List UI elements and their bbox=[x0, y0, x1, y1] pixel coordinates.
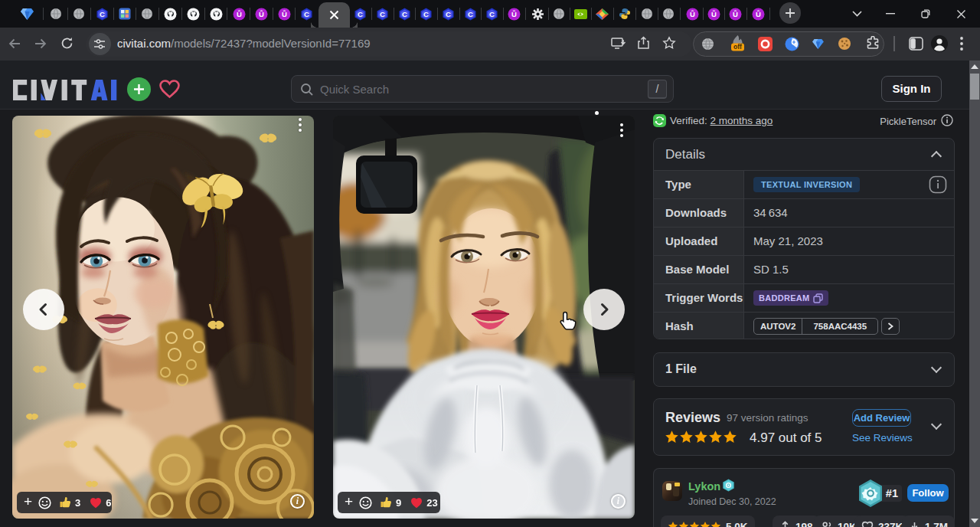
svg-text:C: C bbox=[468, 10, 473, 18]
svg-text:Û: Û bbox=[711, 10, 717, 18]
svg-text:C: C bbox=[402, 10, 407, 18]
svg-text:C: C bbox=[423, 10, 429, 18]
svg-text:C: C bbox=[380, 10, 385, 18]
svg-text:C: C bbox=[304, 10, 309, 18]
svg-text:C: C bbox=[446, 10, 451, 18]
svg-text:off: off bbox=[733, 43, 742, 51]
svg-text:Û: Û bbox=[282, 10, 287, 18]
svg-text:C: C bbox=[100, 10, 105, 18]
svg-text:Û: Û bbox=[756, 10, 761, 18]
svg-text:Û: Û bbox=[690, 10, 695, 18]
svg-text:Û: Û bbox=[259, 10, 264, 18]
svg-text:C: C bbox=[358, 10, 363, 18]
svg-text:Û: Û bbox=[733, 10, 738, 18]
svg-text:Û: Û bbox=[237, 10, 242, 18]
svg-text:Û: Û bbox=[511, 10, 517, 18]
svg-text:C: C bbox=[489, 10, 495, 18]
